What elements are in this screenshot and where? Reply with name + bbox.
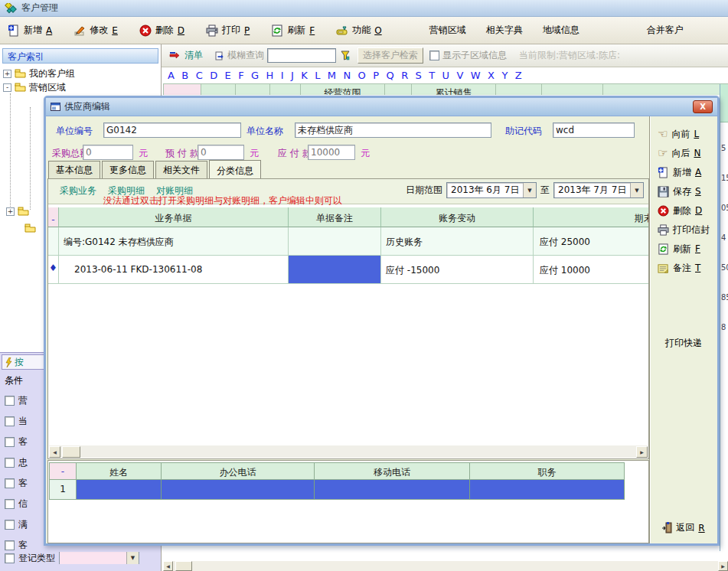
mnemonic-input[interactable] <box>553 122 635 138</box>
checkbox[interactable] <box>5 499 15 509</box>
expand-minus-icon[interactable]: - <box>3 83 11 92</box>
scrollbar-thumb[interactable] <box>62 446 80 458</box>
date-from-picker[interactable]: 2013年 6月 7日 ▼ <box>446 182 537 198</box>
checkbox[interactable] <box>5 396 15 406</box>
alpha-letter[interactable]: T <box>429 70 435 81</box>
unit-name-input[interactable] <box>295 122 491 138</box>
purchase-business-link[interactable]: 采购业务 <box>60 184 96 197</box>
date-to-picker[interactable]: 2013年 7月 7日 ▼ <box>553 182 644 198</box>
selected-cell[interactable] <box>470 480 625 500</box>
alpha-letter[interactable]: I <box>281 70 284 81</box>
save-button[interactable]: 保存S <box>658 184 717 199</box>
alpha-letter[interactable]: O <box>358 70 366 81</box>
alpha-letter[interactable]: R <box>401 70 408 81</box>
tree-item-my-groups[interactable]: + 我的客户组 <box>3 67 156 80</box>
scroll-left-icon[interactable]: ◀ <box>163 561 173 571</box>
registration-type-combo[interactable]: ▼ <box>59 552 139 564</box>
alpha-letter[interactable]: G <box>251 70 259 81</box>
tab-classification-info[interactable]: 分类信息 <box>209 160 261 180</box>
tree-item-marketing-region[interactable]: - 营销区域 <box>3 80 156 94</box>
previous-button[interactable]: ☜ 向前L <box>658 126 717 142</box>
checkbox[interactable] <box>5 520 15 530</box>
alpha-letter[interactable]: S <box>416 70 422 81</box>
list-view-button[interactable]: 清单 <box>184 49 203 62</box>
table-row[interactable]: 1 <box>49 480 625 500</box>
refresh-button[interactable]: 刷新F <box>271 24 315 37</box>
alpha-letter[interactable]: N <box>343 70 351 81</box>
selected-cell[interactable] <box>162 480 315 500</box>
checkbox[interactable] <box>5 437 15 447</box>
expand-plus-icon[interactable]: + <box>6 207 15 216</box>
checkbox[interactable] <box>5 478 15 488</box>
alpha-letter[interactable]: C <box>196 70 203 81</box>
edit-button[interactable]: 修改E <box>73 24 118 37</box>
selected-cell[interactable] <box>77 480 162 500</box>
print-envelope-button[interactable]: 打印信封 <box>658 222 717 237</box>
delete-button[interactable]: 删除D <box>658 203 717 218</box>
checkbox[interactable] <box>5 416 15 426</box>
alpha-letter[interactable]: Z <box>515 70 522 81</box>
alpha-letter[interactable]: Y <box>501 70 508 81</box>
checkbox[interactable] <box>5 553 15 563</box>
table-row[interactable]: 编号:G0142 未存档供应商 历史账务 应付 25000 <box>48 227 649 256</box>
alpha-letter[interactable]: M <box>328 70 336 81</box>
purchase-total-input[interactable] <box>83 145 133 160</box>
alpha-letter[interactable]: J <box>291 70 294 81</box>
tab-basic-info[interactable]: 基本信息 <box>48 161 100 179</box>
alpha-letter[interactable]: F <box>238 70 243 81</box>
alpha-letter[interactable]: W <box>471 70 481 81</box>
refresh-button[interactable]: 刷新F <box>658 241 717 256</box>
scroll-left-icon[interactable]: ◀ <box>49 446 60 458</box>
menu-region-info[interactable]: 地域信息 <box>543 24 579 37</box>
add-button[interactable]: 新增A <box>658 165 717 180</box>
scroll-right-icon[interactable]: ▶ <box>718 561 728 571</box>
table-row[interactable]: ♦ 2013-06-11 FKD-130611-08 应付 -15000 应付 … <box>48 256 649 284</box>
alpha-letter[interactable]: K <box>301 70 308 81</box>
tree-item-folder[interactable] <box>24 221 43 235</box>
selected-note-cell[interactable] <box>289 256 381 284</box>
search-input[interactable] <box>267 48 336 63</box>
alpha-letter[interactable]: H <box>266 70 274 81</box>
tree-item-folder[interactable]: + <box>6 204 41 218</box>
note-button[interactable]: 备注T <box>658 260 717 276</box>
function-button[interactable]: 功能O <box>336 24 381 37</box>
print-button[interactable]: 打印P <box>206 24 250 37</box>
print-express-button[interactable]: 打印快递 <box>650 337 717 350</box>
filter-funnel-icon[interactable] <box>341 51 350 60</box>
select-customer-search-button[interactable]: 选择客户检索 <box>357 47 423 64</box>
delete-button[interactable]: 删除D <box>139 24 184 37</box>
scroll-right-icon[interactable]: ▶ <box>636 446 648 458</box>
next-button[interactable]: ☞ 向后N <box>658 145 717 161</box>
menu-merge-customer[interactable]: 合并客户 <box>647 24 684 37</box>
alpha-letter[interactable]: P <box>373 70 379 81</box>
alpha-letter[interactable]: U <box>442 70 450 81</box>
chevron-down-icon[interactable]: ▼ <box>630 183 643 197</box>
alpha-letter[interactable]: V <box>457 70 464 81</box>
alpha-letter[interactable]: Q <box>386 70 393 81</box>
menu-related-dict[interactable]: 相关字典 <box>486 24 523 37</box>
checkbox[interactable] <box>5 540 15 550</box>
alpha-letter[interactable]: X <box>488 70 495 81</box>
expand-plus-icon[interactable]: + <box>3 70 11 78</box>
tab-more-info[interactable]: 更多信息 <box>102 161 154 179</box>
unit-code-input[interactable] <box>103 122 241 138</box>
tab-related-files[interactable]: 相关文件 <box>155 161 207 179</box>
alpha-letter[interactable]: A <box>168 70 175 81</box>
payable-input[interactable] <box>308 145 355 160</box>
alpha-letter[interactable]: E <box>225 70 231 81</box>
filter-tab[interactable]: 按 <box>2 354 46 370</box>
new-button[interactable]: 新增A <box>8 24 52 37</box>
close-icon[interactable]: X <box>693 100 713 113</box>
return-button[interactable]: 返回R <box>650 521 717 534</box>
alpha-letter[interactable]: L <box>315 70 320 81</box>
prepay-input[interactable] <box>198 145 244 160</box>
scrollbar-thumb[interactable] <box>175 561 192 571</box>
checkbox[interactable] <box>5 458 15 468</box>
chevron-down-icon[interactable]: ▼ <box>126 552 139 564</box>
show-subregion-checkbox[interactable] <box>429 51 439 60</box>
main-horizontal-scrollbar[interactable]: ◀ ▶ <box>163 561 728 571</box>
panel-horizontal-scrollbar[interactable]: ◀ ▶ <box>49 445 648 458</box>
chevron-down-icon[interactable]: ▼ <box>523 183 536 197</box>
alpha-letter[interactable]: D <box>210 70 217 81</box>
alpha-letter[interactable]: B <box>181 70 188 81</box>
